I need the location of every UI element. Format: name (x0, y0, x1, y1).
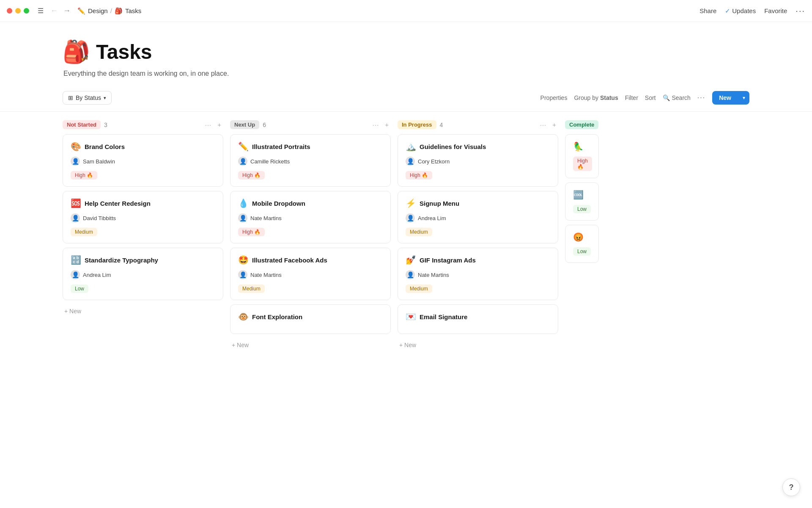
card-title-row: 🔡Standardize Typography (71, 255, 215, 265)
task-card[interactable]: 🔡Standardize Typography👤Andrea LimLow (63, 248, 223, 300)
page-title-row: 🎒 Tasks (63, 39, 749, 65)
column-more-button[interactable]: ··· (203, 120, 214, 129)
check-icon: ✓ (725, 7, 730, 15)
priority-badge: High 🔥 (238, 171, 265, 179)
page-header: 🎒 Tasks Everything the design team is wo… (0, 22, 812, 88)
card-title: Standardize Typography (85, 257, 158, 264)
new-button-chevron-icon[interactable]: ▾ (738, 91, 749, 104)
assignee-name: Nate Martins (418, 272, 449, 278)
column-badge[interactable]: In Progress (398, 120, 436, 129)
card-assignee: 👤Nate Martins (406, 270, 550, 279)
assignee-name: Nate Martins (250, 272, 282, 278)
forward-arrow-icon[interactable]: → (61, 6, 72, 16)
new-button[interactable]: New ▾ (712, 91, 749, 105)
avatar: 👤 (406, 213, 415, 223)
card-title-row: 🤩Illustrated Facebook Ads (238, 255, 383, 265)
task-card[interactable]: 🐵Font Exploration (230, 304, 391, 334)
card-title: GIF Instagram Ads (420, 257, 476, 264)
add-new-row[interactable]: + New (398, 338, 558, 352)
column-badge[interactable]: Complete (565, 120, 598, 129)
search-button[interactable]: 🔍 Search (663, 94, 691, 101)
avatar: 👤 (406, 157, 415, 166)
column-header-next-up: Next Up6···+ (230, 120, 391, 129)
card-emoji: 🏔️ (406, 141, 416, 152)
task-card[interactable]: 💧Mobile Dropdown👤Nate MartinsHigh 🔥 (230, 191, 391, 243)
priority-badge: High 🔥 (238, 228, 265, 236)
task-card[interactable]: 🆘Help Center Redesign👤David TibbittsMedi… (63, 191, 223, 243)
column-more-button[interactable]: ··· (538, 120, 549, 129)
column-not-started: Not Started3···+🎨Brand Colors👤Sam Baldwi… (63, 120, 223, 352)
card-emoji: 🦜 (573, 141, 584, 152)
column-add-button[interactable]: + (216, 120, 223, 129)
search-icon: 🔍 (663, 94, 670, 101)
back-arrow-icon[interactable]: ← (49, 6, 60, 16)
card-title: Help Center Redesign (85, 200, 151, 207)
column-actions: ···+ (371, 120, 391, 129)
avatar: 👤 (406, 270, 415, 279)
avatar: 👤 (238, 213, 247, 223)
column-badge[interactable]: Next Up (230, 120, 259, 129)
column-add-button[interactable]: + (383, 120, 391, 129)
task-card[interactable]: ⚡Signup Menu👤Andrea LimMedium (398, 191, 558, 243)
favorite-button[interactable]: Favorite (764, 7, 787, 14)
filter-button[interactable]: Filter (625, 94, 638, 101)
share-button[interactable]: Share (700, 7, 716, 14)
column-add-button[interactable]: + (551, 120, 558, 129)
traffic-light-yellow[interactable] (15, 8, 21, 14)
breadcrumb-tasks[interactable]: Tasks (125, 7, 141, 14)
card-assignee: 👤Cory Etzkorn (406, 157, 550, 166)
more-options-button[interactable]: ··· (796, 6, 805, 16)
by-status-button[interactable]: ⊞ By Status ▾ (63, 91, 112, 105)
updates-button[interactable]: ✓ Updates (725, 7, 756, 15)
titlebar: ☰ ← → ✏️ Design / 🎒 Tasks Share ✓ Update… (0, 0, 812, 22)
sort-button[interactable]: Sort (645, 94, 656, 101)
task-card[interactable]: 💅GIF Instagram Ads👤Nate MartinsMedium (398, 248, 558, 300)
card-emoji: 💌 (406, 312, 416, 322)
column-badge[interactable]: Not Started (63, 120, 101, 129)
card-emoji: ✏️ (238, 141, 249, 152)
card-assignee: 👤David Tibbitts (71, 213, 215, 223)
card-emoji: 🆘 (71, 198, 81, 208)
assignee-name: Sam Baldwin (83, 158, 115, 165)
toolbar: ⊞ By Status ▾ Properties Group by Status… (0, 88, 812, 112)
card-emoji: 🎨 (71, 141, 81, 152)
traffic-lights (7, 8, 29, 14)
traffic-light-green[interactable] (24, 8, 29, 14)
menu-icon[interactable]: ☰ (38, 7, 44, 15)
card-title-row: 🏔️Guidelines for Visuals (406, 141, 550, 152)
column-more-button[interactable]: ··· (371, 120, 381, 129)
breadcrumb-design[interactable]: Design (88, 7, 108, 14)
column-next-up: Next Up6···+✏️Illustrated Portraits👤Cami… (230, 120, 391, 352)
task-card[interactable]: 💌Email Signature (398, 304, 558, 334)
card-emoji: 🆒 (573, 190, 584, 200)
column-header-in-progress: In Progress4···+ (398, 120, 558, 129)
new-button-label[interactable]: New (712, 91, 738, 105)
card-title-row: 💌Email Signature (406, 312, 550, 322)
add-new-row[interactable]: + New (230, 338, 391, 352)
card-assignee: 👤Nate Martins (238, 270, 383, 279)
assignee-name: Nate Martins (250, 215, 282, 221)
properties-button[interactable]: Properties (540, 94, 568, 101)
card-emoji: 🐵 (238, 312, 249, 322)
assignee-name: Cory Etzkorn (418, 158, 450, 165)
titlebar-right: Share ✓ Updates Favorite ··· (700, 6, 805, 16)
card-title: Brand Colors (85, 143, 125, 150)
add-new-row[interactable]: + New (63, 304, 223, 318)
traffic-light-red[interactable] (7, 8, 12, 14)
task-card[interactable]: 🆒Low (565, 182, 599, 221)
task-card[interactable]: 😡Low (565, 225, 599, 263)
card-title: Illustrated Facebook Ads (252, 257, 327, 264)
task-card[interactable]: 🏔️Guidelines for Visuals👤Cory EtzkornHig… (398, 134, 558, 187)
card-emoji: 😡 (573, 232, 584, 242)
column-header-not-started: Not Started3···+ (63, 120, 223, 129)
card-title: Guidelines for Visuals (420, 143, 486, 150)
group-by-button[interactable]: Group by Status (574, 94, 618, 101)
more-toolbar-button[interactable]: ··· (697, 94, 705, 102)
task-card[interactable]: 🤩Illustrated Facebook Ads👤Nate MartinsMe… (230, 248, 391, 300)
task-card[interactable]: ✏️Illustrated Portraits👤Camille Ricketts… (230, 134, 391, 187)
task-card[interactable]: 🎨Brand Colors👤Sam BaldwinHigh 🔥 (63, 134, 223, 187)
task-card[interactable]: 🦜High 🔥 (565, 134, 599, 178)
avatar: 👤 (71, 270, 80, 279)
group-by-value: Status (600, 94, 618, 101)
priority-badge: Medium (238, 284, 265, 293)
